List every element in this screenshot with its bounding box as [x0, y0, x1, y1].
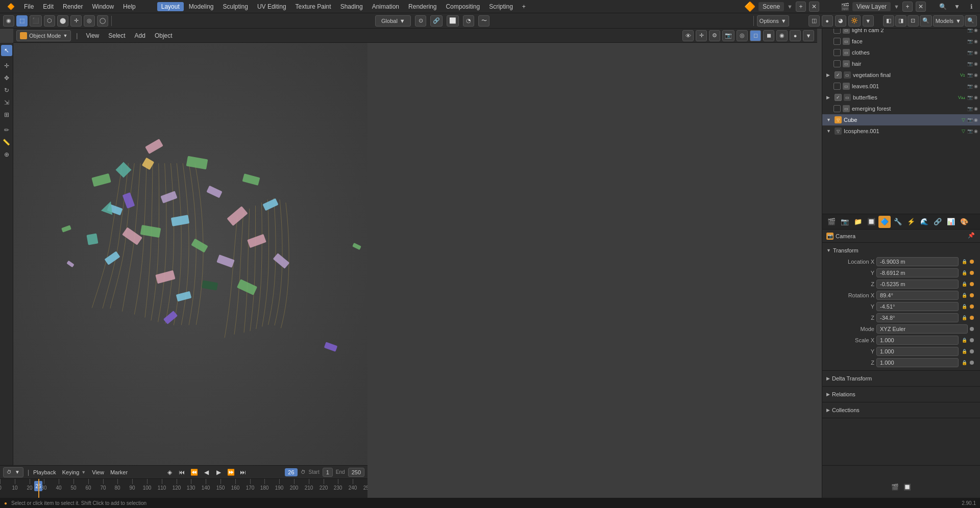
relations-header[interactable]: ▶ Relations — [826, 389, 976, 400]
keyframe-rot-y[interactable] — [970, 304, 974, 309]
keyframe-rot-z[interactable] — [970, 316, 974, 320]
check-emerging[interactable] — [834, 105, 841, 112]
lock-rot-y[interactable]: 🔒 — [961, 303, 968, 310]
workspace-sculpting[interactable]: Sculpting — [219, 2, 252, 11]
view-layer-remove-btn[interactable]: ✕ — [916, 2, 926, 12]
snap-toggle-btn[interactable]: 🔗 — [430, 15, 443, 27]
prop-modifier-icon[interactable]: 🔧 — [892, 216, 904, 228]
proportional-size-btn[interactable]: 〜 — [478, 15, 489, 27]
outliner-item-face[interactable]: ▭ face 📷 ◉ — [822, 36, 980, 47]
check-clothes[interactable] — [834, 49, 841, 56]
scene-remove-btn[interactable]: ✕ — [809, 2, 819, 12]
outliner-item-cube[interactable]: ▼ ▽ Cube ▽ 📷 ◉ — [822, 114, 980, 125]
lock-rot-z[interactable]: 🔒 — [961, 314, 968, 321]
tool-annotate[interactable]: ✏ — [1, 124, 12, 136]
prop-scene-icon[interactable]: 🎬 — [825, 216, 838, 228]
select-lasso-btn[interactable]: ⬤ — [57, 15, 68, 27]
prop-object-icon[interactable]: 🔷 — [878, 216, 891, 228]
viewport-3d[interactable] — [13, 43, 368, 465]
tool-select[interactable]: ↖ — [1, 45, 12, 56]
collections-header[interactable]: ▶ Collections — [826, 404, 976, 416]
delta-transform-header[interactable]: ▶ Delta Transform — [826, 373, 976, 384]
jump-end-btn[interactable]: ⏭ — [238, 467, 248, 477]
viewport-shading-mode2[interactable]: ◼ — [763, 30, 774, 41]
viewport-options-btn[interactable]: ▼ — [863, 15, 874, 27]
keyframe-loc-x[interactable] — [970, 260, 974, 264]
check-vegetation[interactable]: ✓ — [835, 71, 842, 79]
prop-constraints-icon[interactable]: 🔗 — [932, 216, 944, 228]
lock-loc-z[interactable]: 🔒 — [961, 281, 968, 288]
timeline-dropdown[interactable]: ⏱ ▼ — [3, 467, 23, 477]
end-frame-value[interactable]: 250 — [348, 468, 364, 477]
lock-loc-x[interactable]: 🔒 — [961, 258, 968, 265]
play-btn[interactable]: ▶ — [213, 467, 224, 477]
keying-menu[interactable]: Keying — [62, 469, 80, 475]
options-btn[interactable]: Options▼ — [757, 15, 789, 27]
menu-edit[interactable]: Edit — [39, 2, 58, 11]
playback-menu[interactable]: Playback — [33, 469, 56, 475]
rotation-x-value[interactable]: 89.4° — [876, 291, 959, 300]
lock-scale-y[interactable]: 🔒 — [961, 348, 968, 355]
keyframe-scale-x[interactable] — [970, 338, 974, 342]
workspace-rendering[interactable]: Rendering — [404, 2, 440, 11]
tool-add[interactable]: ⊕ — [1, 149, 12, 160]
check-butterflies[interactable]: ✓ — [835, 94, 842, 101]
menu-help[interactable]: Help — [119, 2, 140, 11]
tool-rotate[interactable]: ↻ — [1, 85, 12, 96]
viewport-menu-view[interactable]: View — [83, 31, 102, 40]
menu-file[interactable]: File — [20, 2, 38, 11]
workspace-compositing[interactable]: Compositing — [442, 2, 484, 11]
lock-scale-x[interactable]: 🔒 — [961, 337, 968, 344]
blender-logo[interactable]: 🔶 — [3, 2, 19, 11]
keyframe-marker-btn[interactable]: ◈ — [164, 467, 175, 477]
tool-transform[interactable]: ⊞ — [1, 109, 12, 120]
tool-move[interactable]: ✥ — [1, 72, 12, 84]
outliner-item-hair[interactable]: ▭ hair 📷 ◉ — [822, 58, 980, 69]
falloff-btn[interactable]: ◔ — [463, 15, 474, 27]
workspace-shading[interactable]: Shading — [336, 2, 367, 11]
panel-icons-left[interactable]: ◧ — [883, 15, 894, 27]
scale-z-value[interactable]: 1.000 — [876, 358, 959, 367]
filter-icon[interactable]: ▼ — [951, 1, 963, 12]
keying-dropdown-arrow[interactable]: ▼ — [81, 470, 86, 475]
scene-name[interactable]: Scene — [758, 2, 784, 11]
object-mode-dropdown[interactable]: Object Mode ▼ — [16, 30, 71, 41]
check-leaves[interactable] — [834, 83, 841, 90]
keyframe-loc-z[interactable] — [970, 282, 974, 286]
info-icon[interactable]: ℹ — [966, 1, 977, 12]
mode-dropdown[interactable]: XYZ Euler — [876, 324, 968, 334]
lock-scale-z[interactable]: 🔒 — [961, 359, 968, 366]
outliner-item-vegetation[interactable]: ▶ ✓ ▭ vegetation final V₂ 📷 ◉ — [822, 69, 980, 81]
jump-start-btn[interactable]: ⏮ — [177, 467, 187, 477]
prop-physics-icon[interactable]: 🌊 — [918, 216, 930, 228]
mode-btn[interactable]: ◉ — [3, 15, 14, 27]
bottom-right-icon-1[interactable]: 🎬 — [890, 482, 900, 492]
prop-material-icon[interactable]: 🎨 — [958, 216, 970, 228]
models-search[interactable]: 🔍 — [965, 15, 977, 27]
viewport-shading-wireframe[interactable]: ◫ — [808, 15, 820, 27]
transform-section-header[interactable]: ▼ Transform — [826, 245, 976, 256]
location-z-value[interactable]: -0.5235 m — [876, 280, 959, 289]
viewport-shading-dots[interactable]: ⚙ — [709, 30, 720, 41]
select-box-btn[interactable]: ⬛ — [30, 15, 42, 27]
viewport-shading-mode3[interactable]: ◉ — [776, 30, 788, 41]
add-workspace-btn[interactable]: + — [518, 2, 530, 11]
select-tool-btn[interactable]: ⬚ — [16, 15, 28, 27]
rotation-z-value[interactable]: -34.8° — [876, 313, 959, 322]
cursor-btn[interactable]: ✛ — [70, 15, 82, 27]
location-y-value[interactable]: -8.6912 m — [876, 268, 959, 277]
scale-y-value[interactable]: 1.000 — [876, 347, 959, 356]
viewport-shading-solid[interactable]: ● — [822, 15, 833, 27]
step-back-btn[interactable]: ⏪ — [189, 467, 199, 477]
viewport-overlay-btn[interactable]: 👁 — [682, 30, 694, 41]
global-dropdown[interactable]: Global▼ — [375, 15, 411, 27]
outliner-item-emerging-forest[interactable]: ▭ emerging forest 📷 ◉ — [822, 103, 980, 114]
outliner-item-butterflies[interactable]: ▶ ✓ ▭ butterflies V₃₄ 📷 ◉ — [822, 92, 980, 103]
lock-loc-y[interactable]: 🔒 — [961, 269, 968, 276]
select-circle-btn[interactable]: ⬡ — [44, 15, 55, 27]
start-frame-value[interactable]: 1 — [323, 468, 333, 477]
scale-x-value[interactable]: 1.000 — [876, 336, 959, 345]
outliner-item-icosphere[interactable]: ▼ ▽ Icosphere.001 ▽ 📷 ◉ — [822, 125, 980, 137]
panel-icons-top[interactable]: 🔍 — [920, 15, 932, 27]
viewport-shading-mode5[interactable]: ▼ — [803, 30, 814, 41]
